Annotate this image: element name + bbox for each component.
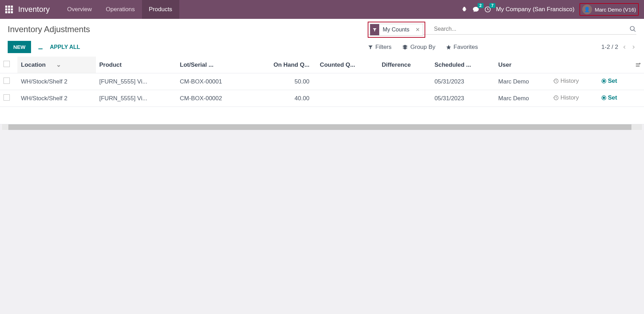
cell-counted[interactable] xyxy=(316,90,378,107)
cell-product: [FURN_5555] Vi... xyxy=(96,90,177,107)
nav-operations[interactable]: Operations xyxy=(99,0,142,19)
download-icon[interactable] xyxy=(37,44,44,50)
messages-icon[interactable]: 2 xyxy=(472,6,479,13)
col-onhand[interactable]: On Hand Q... xyxy=(248,57,316,73)
facet-remove-icon[interactable]: ✕ xyxy=(413,27,423,33)
facet-label: My Counts xyxy=(379,27,413,33)
cell-lot: CM-BOX-00002 xyxy=(177,90,249,107)
chevron-down-icon: ⌄ xyxy=(56,61,61,68)
cell-lot: CM-BOX-00001 xyxy=(177,73,249,90)
avatar: 👤 xyxy=(582,5,592,14)
table-row[interactable]: WH/Stock/Shelf 2 [FURN_5555] Vi... CM-BO… xyxy=(0,73,644,90)
cell-location: WH/Stock/Shelf 2 xyxy=(17,90,96,107)
pager-text: 1-2 / 2 xyxy=(601,44,618,51)
col-user[interactable]: User xyxy=(495,57,550,73)
cell-user: Marc Demo xyxy=(495,90,550,107)
inventory-table: Location⌄ Product Lot/Serial ... On Hand… xyxy=(0,57,644,107)
messages-badge: 2 xyxy=(478,3,484,8)
cell-onhand: 50.00 xyxy=(248,73,316,90)
apply-all-button[interactable]: APPLY ALL xyxy=(50,44,80,50)
search-input[interactable] xyxy=(430,24,629,34)
activities-icon[interactable]: 7 xyxy=(484,6,491,13)
col-lot[interactable]: Lot/Serial ... xyxy=(177,57,249,73)
main-navbar: Inventory Overview Operations Products 2… xyxy=(0,0,644,19)
search-facet: My Counts ✕ xyxy=(370,24,423,36)
row-checkbox[interactable] xyxy=(3,78,10,84)
col-counted[interactable]: Counted Q... xyxy=(316,57,378,73)
col-product[interactable]: Product xyxy=(96,57,177,73)
history-button[interactable]: History xyxy=(553,78,579,85)
cell-user: Marc Demo xyxy=(495,73,550,90)
svg-point-3 xyxy=(603,80,605,82)
set-button[interactable]: Set xyxy=(601,94,617,101)
cell-sched: 05/31/2023 xyxy=(431,73,495,90)
col-diff[interactable]: Difference xyxy=(378,57,431,73)
apps-icon[interactable] xyxy=(5,6,13,13)
svg-point-5 xyxy=(603,97,605,98)
col-location[interactable]: Location⌄ xyxy=(17,57,96,73)
pager: 1-2 / 2 xyxy=(601,44,636,51)
filters-label: Filters xyxy=(375,44,391,51)
table-container: Location⌄ Product Lot/Serial ... On Hand… xyxy=(0,57,644,124)
pager-prev-icon[interactable] xyxy=(622,44,627,50)
cell-diff xyxy=(378,73,431,90)
search-bar[interactable]: My Counts ✕ xyxy=(368,24,636,35)
cell-counted[interactable] xyxy=(316,73,378,90)
group-by-button[interactable]: Group By xyxy=(402,44,435,51)
cell-product: [FURN_5555] Vi... xyxy=(96,73,177,90)
svg-point-1 xyxy=(630,27,635,31)
company-selector[interactable]: My Company (San Francisco) xyxy=(496,6,575,13)
set-button[interactable]: Set xyxy=(601,78,617,85)
col-sched[interactable]: Scheduled ... xyxy=(431,57,495,73)
cell-diff xyxy=(378,90,431,107)
page-title: Inventory Adjustments xyxy=(8,24,90,34)
user-name: Marc Demo (V16) xyxy=(595,7,636,13)
cell-onhand: 40.00 xyxy=(248,90,316,107)
user-menu[interactable]: 👤 Marc Demo (V16) xyxy=(579,3,639,16)
history-button[interactable]: History xyxy=(553,94,579,101)
debug-icon[interactable] xyxy=(461,6,467,13)
nav-overview[interactable]: Overview xyxy=(60,0,99,19)
group-by-label: Group By xyxy=(410,44,435,51)
search-icon[interactable] xyxy=(629,25,636,32)
nav-products[interactable]: Products xyxy=(142,0,179,19)
cell-sched: 05/31/2023 xyxy=(431,90,495,107)
pager-next-icon[interactable] xyxy=(631,44,636,50)
app-brand[interactable]: Inventory xyxy=(18,5,50,14)
adjust-columns-icon[interactable] xyxy=(631,57,644,73)
horizontal-scrollbar[interactable] xyxy=(2,124,642,130)
favorites-label: Favorites xyxy=(454,44,478,51)
table-row[interactable]: WH/Stock/Shelf 2 [FURN_5555] Vi... CM-BO… xyxy=(0,90,644,107)
filter-icon xyxy=(370,24,379,35)
control-panel: Inventory Adjustments My Counts ✕ NEW AP… xyxy=(0,19,644,57)
new-button[interactable]: NEW xyxy=(8,41,31,53)
row-checkbox[interactable] xyxy=(3,94,10,101)
select-all-checkbox[interactable] xyxy=(3,61,10,67)
cell-location: WH/Stock/Shelf 2 xyxy=(17,73,96,90)
activities-badge: 7 xyxy=(489,3,495,8)
favorites-button[interactable]: Favorites xyxy=(446,44,478,51)
filters-button[interactable]: Filters xyxy=(368,44,391,51)
